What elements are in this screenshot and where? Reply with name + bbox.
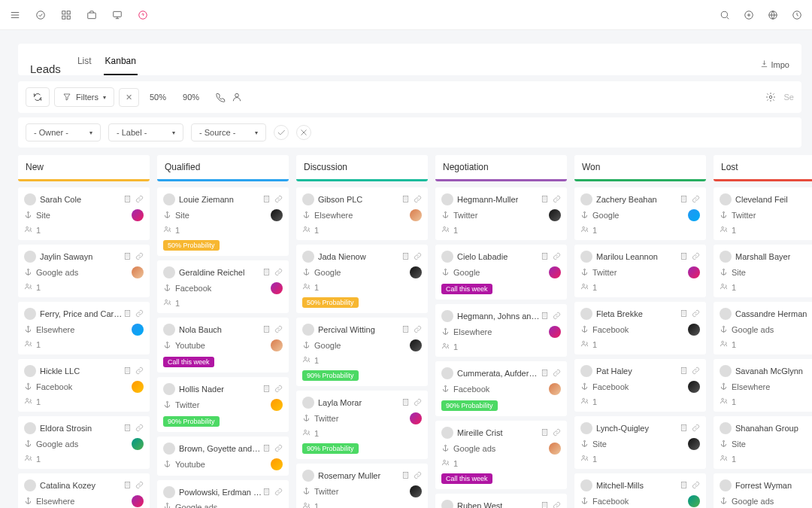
external-link-icon[interactable] (692, 481, 700, 491)
check-circle-icon[interactable] (35, 9, 47, 21)
building-icon[interactable] (401, 195, 410, 205)
external-link-icon[interactable] (692, 309, 700, 319)
lead-card[interactable]: Hegmann-MullerTwitter1 (435, 187, 567, 240)
building-icon[interactable] (262, 268, 271, 278)
building-icon[interactable] (401, 471, 410, 481)
lead-card[interactable]: Percival WittingGoogle190% Probability (296, 318, 428, 386)
lead-card[interactable]: Fleta BrekkeFacebook1 (574, 302, 706, 354)
lead-card[interactable]: Ruben WestYoutubeCall this week (435, 494, 567, 508)
external-link-icon[interactable] (274, 488, 283, 497)
import-button[interactable]: Impo (760, 59, 789, 75)
building-icon[interactable] (541, 369, 549, 379)
building-icon[interactable] (123, 309, 132, 319)
lead-card[interactable]: Gibson PLCElsewhere1 (296, 187, 428, 240)
lead-card[interactable]: Jaylin SawaynGoogle ads1 (18, 245, 150, 297)
building-icon[interactable] (262, 195, 271, 205)
source-select[interactable]: - Source -▾ (191, 123, 266, 141)
building-icon[interactable] (123, 252, 132, 262)
lead-card[interactable]: Cummerata, Aufderhar and BergnaumFaceboo… (435, 361, 567, 416)
tab-list[interactable]: List (76, 53, 93, 75)
monitor-icon[interactable] (111, 9, 123, 21)
owner-select[interactable]: - Owner -▾ (26, 123, 101, 141)
external-link-icon[interactable] (692, 424, 700, 433)
lead-card[interactable]: Marilou LeannonTwitter1 (574, 245, 706, 297)
building-icon[interactable] (680, 309, 688, 319)
building-icon[interactable] (680, 424, 688, 433)
building-icon[interactable] (262, 444, 271, 454)
reset-icon[interactable] (296, 125, 311, 140)
external-link-icon[interactable] (553, 195, 561, 205)
building-icon[interactable] (262, 488, 271, 497)
help-icon[interactable] (137, 9, 149, 21)
label-select[interactable]: - Label -▾ (108, 123, 183, 141)
lead-card[interactable]: Pat HaleyFacebook1 (574, 359, 706, 412)
lead-card[interactable]: Geraldine ReichelFacebook1 (157, 260, 289, 313)
search-text[interactable]: Se (784, 93, 794, 102)
external-link-icon[interactable] (135, 481, 144, 491)
lead-card[interactable]: Louie ZiemannSite150% Probability (157, 187, 289, 256)
external-link-icon[interactable] (135, 367, 144, 376)
lead-card[interactable]: Mitchell-MillsFacebook1 (574, 473, 706, 508)
external-link-icon[interactable] (414, 398, 422, 408)
external-link-icon[interactable] (553, 369, 561, 379)
plus-circle-icon[interactable] (743, 9, 755, 21)
building-icon[interactable] (401, 398, 410, 408)
briefcase-icon[interactable] (86, 9, 98, 21)
external-link-icon[interactable] (274, 385, 283, 394)
gear-icon[interactable] (765, 91, 777, 103)
building-icon[interactable] (401, 325, 410, 335)
lead-card[interactable]: Cielo LabadieGoogleCall this week (435, 245, 567, 300)
clear-filter-button[interactable]: ✕ (119, 88, 139, 107)
clock-icon[interactable] (791, 9, 803, 21)
external-link-icon[interactable] (135, 252, 144, 262)
lead-card[interactable]: Forrest WymanGoogle ads1 (714, 473, 812, 508)
globe-icon[interactable] (767, 9, 779, 21)
lead-card[interactable]: Hollis NaderTwitter90% Probability (157, 377, 289, 432)
lead-card[interactable]: Rosemary MullerTwitter1 (296, 464, 428, 508)
external-link-icon[interactable] (692, 367, 700, 376)
building-icon[interactable] (680, 481, 688, 491)
lead-card[interactable]: Marshall BayerSite1 (714, 245, 812, 297)
lead-card[interactable]: Eldora StrosinGoogle ads1 (18, 416, 150, 469)
grid-icon[interactable] (60, 9, 72, 21)
external-link-icon[interactable] (414, 195, 422, 205)
building-icon[interactable] (680, 367, 688, 376)
building-icon[interactable] (123, 424, 132, 433)
menu-icon[interactable] (9, 9, 21, 21)
lead-card[interactable]: Hickle LLCFacebook1 (18, 359, 150, 412)
building-icon[interactable] (541, 312, 549, 321)
building-icon[interactable] (541, 501, 549, 509)
apply-icon[interactable] (274, 125, 289, 140)
external-link-icon[interactable] (414, 471, 422, 481)
phone-icon[interactable] (214, 91, 226, 103)
external-link-icon[interactable] (135, 424, 144, 433)
building-icon[interactable] (401, 252, 410, 262)
external-link-icon[interactable] (553, 312, 561, 321)
lead-card[interactable]: Brown, Goyette and GusikowskiYoutube (157, 437, 289, 476)
person-icon[interactable] (231, 91, 243, 103)
lead-card[interactable]: Zachery BeahanGoogle1 (574, 187, 706, 240)
external-link-icon[interactable] (414, 252, 422, 262)
external-link-icon[interactable] (274, 195, 283, 205)
lead-card[interactable]: Mireille CristGoogle ads1Call this week (435, 421, 567, 489)
filter-90[interactable]: 90% (177, 90, 205, 104)
building-icon[interactable] (262, 325, 271, 335)
building-icon[interactable] (123, 367, 132, 376)
lead-card[interactable]: Savanah McGlynnElsewhere1 (714, 359, 812, 412)
building-icon[interactable] (680, 195, 688, 205)
filter-50[interactable]: 50% (144, 90, 172, 104)
building-icon[interactable] (541, 252, 549, 262)
lead-card[interactable]: Layla MorarTwitter190% Probability (296, 391, 428, 459)
external-link-icon[interactable] (553, 428, 561, 438)
lead-card[interactable]: Lynch-QuigleySite1 (574, 416, 706, 469)
external-link-icon[interactable] (692, 195, 700, 205)
lead-card[interactable]: Powlowski, Erdman and WildermanGoogle ad… (157, 480, 289, 508)
external-link-icon[interactable] (692, 252, 700, 262)
lead-card[interactable]: Ferry, Price and CarterElsewhere1 (18, 302, 150, 354)
lead-card[interactable]: Catalina KozeyElsewhere1 (18, 473, 150, 508)
external-link-icon[interactable] (414, 325, 422, 335)
building-icon[interactable] (262, 385, 271, 394)
lead-card[interactable]: Hegmann, Johns and AnkundingElsewhere1 (435, 304, 567, 357)
lead-card[interactable]: Shanahan GroupSite1 (714, 416, 812, 469)
building-icon[interactable] (541, 195, 549, 205)
